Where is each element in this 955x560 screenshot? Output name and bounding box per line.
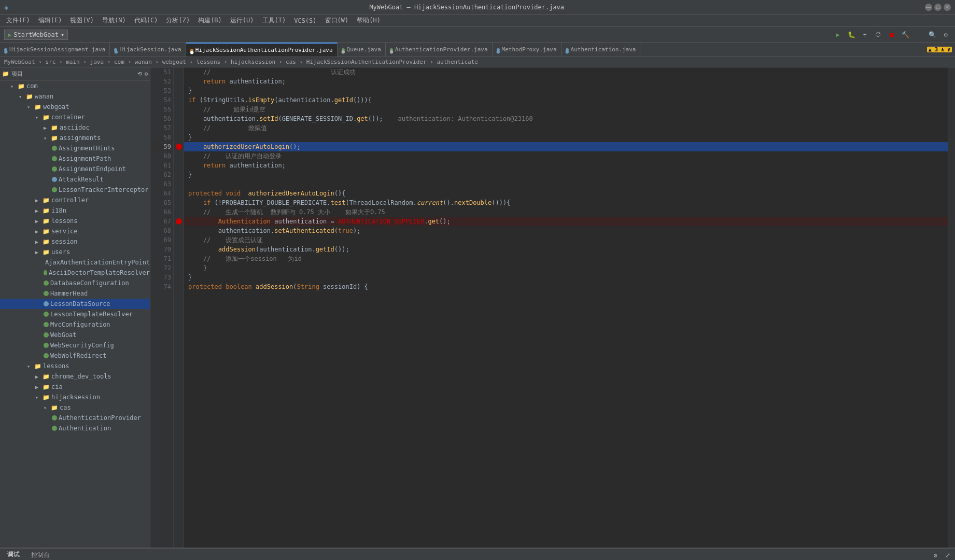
tree-item-session[interactable]: ▶ 📁 session <box>0 236 150 247</box>
menu-analyze[interactable]: 分析(Z) <box>162 15 194 26</box>
line-num: 57 <box>152 123 171 133</box>
tree-item-asciidoc[interactable]: ▶ 📁 asciidoc <box>0 122 150 133</box>
profile-button[interactable]: ⏱ <box>873 30 883 40</box>
tab-icon: ● <box>497 48 500 51</box>
sidebar-gear-icon[interactable]: ⚙ <box>144 71 148 77</box>
expand-panel-icon[interactable]: ⤢ <box>943 550 953 561</box>
code-line-69: // 设置成已认证 <box>184 235 948 245</box>
debug-button[interactable]: 🐛 <box>846 30 856 40</box>
tree-item-lesson-template[interactable]: LessonTemplateResolver <box>0 309 150 319</box>
settings-icon[interactable]: ⚙ <box>940 30 951 40</box>
tree-item-assignment-path[interactable]: AssignmentPath <box>0 153 150 164</box>
app-logo: ◈ <box>4 3 8 11</box>
tree-item-asciidoctor-resolver[interactable]: AsciiDoctorTemplateResolver <box>0 268 150 278</box>
expand-arrow-icon: ▾ <box>35 115 43 120</box>
code-line-70: addSession(authentication.getId()); <box>184 245 948 254</box>
tree-item-assignments[interactable]: ▾ 📁 assignments <box>0 133 150 143</box>
menu-tools[interactable]: 工具(T) <box>258 15 290 26</box>
tab-auth-provider[interactable]: ● AuthenticationProvider.java <box>386 43 493 57</box>
gutter-breakpoint-line59[interactable] <box>174 142 184 151</box>
tab-hijacksession-assignment[interactable]: ● HijackSessionAssignment.java <box>0 43 110 57</box>
expand-arrow-icon: ▶ <box>35 218 43 224</box>
tree-item-lesson-datasource[interactable]: LessonDataSource <box>0 299 150 309</box>
minimize-button[interactable]: — <box>925 4 932 11</box>
search-icon[interactable]: 🔍 <box>927 30 937 40</box>
menu-run[interactable]: 运行(U) <box>226 15 258 26</box>
title-bar-left: ◈ <box>4 3 8 11</box>
tree-item-lessons-folder[interactable]: ▾ 📁 lessons <box>0 361 150 371</box>
menu-file[interactable]: 文件(F) <box>2 15 34 26</box>
tree-item-wanan[interactable]: ▾ 📁 wanan <box>0 91 150 102</box>
menu-edit[interactable]: 编辑(E) <box>34 15 66 26</box>
tree-item-authentication-file[interactable]: Authentication <box>0 423 150 433</box>
tree-item-cas[interactable]: ▾ 📁 cas <box>0 402 150 413</box>
tree-item-hijacksession-folder[interactable]: ▾ 📁 hijacksession <box>0 392 150 402</box>
folder-icon: 📁 <box>51 404 58 411</box>
tree-item-service[interactable]: ▶ 📁 service <box>0 226 150 236</box>
settings-panel-icon[interactable]: ⚙ <box>930 550 940 561</box>
tab-label: MethodProxy.java <box>502 46 557 53</box>
run-button[interactable]: ▶ <box>833 30 843 40</box>
line-num: 68 <box>152 226 171 235</box>
tree-item-webwolf-redirect[interactable]: WebWolfRedirect <box>0 351 150 361</box>
line-num: 55 <box>152 105 171 114</box>
tree-item-assignment-hints[interactable]: AssignmentHints <box>0 143 150 153</box>
tree-item-webgoat[interactable]: ▾ 📁 webgoat <box>0 102 150 112</box>
tree-item-controller[interactable]: ▶ 📁 controller <box>0 195 150 205</box>
tree-item-hammerhead[interactable]: HammerHead <box>0 288 150 299</box>
tree-label: cas <box>60 404 71 411</box>
tree-item-assignment-endpoint[interactable]: AssignmentEndpoint <box>0 164 150 174</box>
tree-item-users[interactable]: ▶ 📁 users <box>0 247 150 257</box>
code-line-61: return authentication; <box>184 161 948 170</box>
code-line-62: } <box>184 170 948 179</box>
menu-vcs[interactable]: VCS(S) <box>290 16 320 25</box>
tab-method-proxy[interactable]: ● MethodProxy.java <box>493 43 561 57</box>
tree-item-webgoat[interactable]: WebGoat <box>0 330 150 340</box>
code-line-67: Authentication authentication = AUTHENTI… <box>184 217 948 226</box>
tab-console[interactable]: 控制台 <box>26 549 55 561</box>
tree-item-chrome-dev-tools[interactable]: ▶ 📁 chrome_dev_tools <box>0 371 150 382</box>
tree-item-com[interactable]: ▾ 📁 com <box>0 81 150 91</box>
tab-authentication[interactable]: ● Authentication.java <box>561 43 641 57</box>
menu-navigate[interactable]: 导航(N) <box>98 15 130 26</box>
tree-item-attack-result[interactable]: AttackResult <box>0 174 150 185</box>
gutter-line <box>174 114 184 123</box>
tree-item-i18n[interactable]: ▶ 📁 i18n <box>0 205 150 216</box>
menu-build[interactable]: 构建(B) <box>194 15 226 26</box>
close-button[interactable]: ✕ <box>944 4 951 11</box>
tree-label: MvcConfiguration <box>50 321 110 328</box>
build-button[interactable]: 🔨 <box>900 30 910 40</box>
expand-arrow-icon: ▶ <box>35 229 43 234</box>
menu-help[interactable]: 帮助(H) <box>353 15 385 26</box>
gutter-breakpoint-line67[interactable] <box>174 217 184 226</box>
code-editor[interactable]: 51 52 53 54 55 56 57 58 59 60 61 62 63 6… <box>150 67 955 548</box>
sidebar-sync-icon[interactable]: ⟲ <box>137 71 142 77</box>
coverage-button[interactable]: ☂ <box>860 30 870 40</box>
tree-item-cia[interactable]: ▶ 📁 cia <box>0 382 150 392</box>
tab-hijacksession[interactable]: ● HijackSession.java <box>110 43 186 57</box>
tree-item-auth-provider-file[interactable]: AuthenticationProvider <box>0 413 150 423</box>
tree-item-lesson-tracker[interactable]: LessonTrackerInterceptor <box>0 185 150 195</box>
folder-icon: 📁 <box>43 249 50 256</box>
tree-item-ajax-entry-point[interactable]: AjaxAuthenticationEntryPoint <box>0 257 150 268</box>
gutter-line <box>174 198 184 207</box>
tree-item-mvc-config[interactable]: MvcConfiguration <box>0 319 150 330</box>
folder-icon: 📁 <box>51 124 58 131</box>
stop-button[interactable]: ■ <box>887 30 897 40</box>
tab-debug[interactable]: 调试 <box>2 549 25 561</box>
menu-code[interactable]: 代码(C) <box>130 15 162 26</box>
tree-label: lessons <box>43 362 69 370</box>
code-text-area: // 认证成功 return authentication; } if (Str… <box>184 67 948 548</box>
maximize-button[interactable]: □ <box>934 4 942 11</box>
run-config-dropdown[interactable]: ▶ StartWebGoat ▾ <box>4 30 68 40</box>
menu-view[interactable]: 视图(V) <box>66 15 98 26</box>
scrollbar[interactable] <box>948 67 955 548</box>
tab-hijacksession-auth-provider[interactable]: ● HijackSessionAuthenticationProvider.ja… <box>186 43 338 57</box>
line-numbers: 51 52 53 54 55 56 57 58 59 60 61 62 63 6… <box>150 67 174 548</box>
tree-item-container[interactable]: ▾ 📁 container <box>0 112 150 122</box>
tab-queue[interactable]: ● Queue.java <box>338 43 386 57</box>
tree-item-websecurity-config[interactable]: WebSecurityConfig <box>0 340 150 351</box>
tree-item-database-config[interactable]: DatabaseConfiguration <box>0 278 150 288</box>
menu-window[interactable]: 窗口(W) <box>321 15 353 26</box>
tree-item-lessons[interactable]: ▶ 📁 lessons <box>0 216 150 226</box>
